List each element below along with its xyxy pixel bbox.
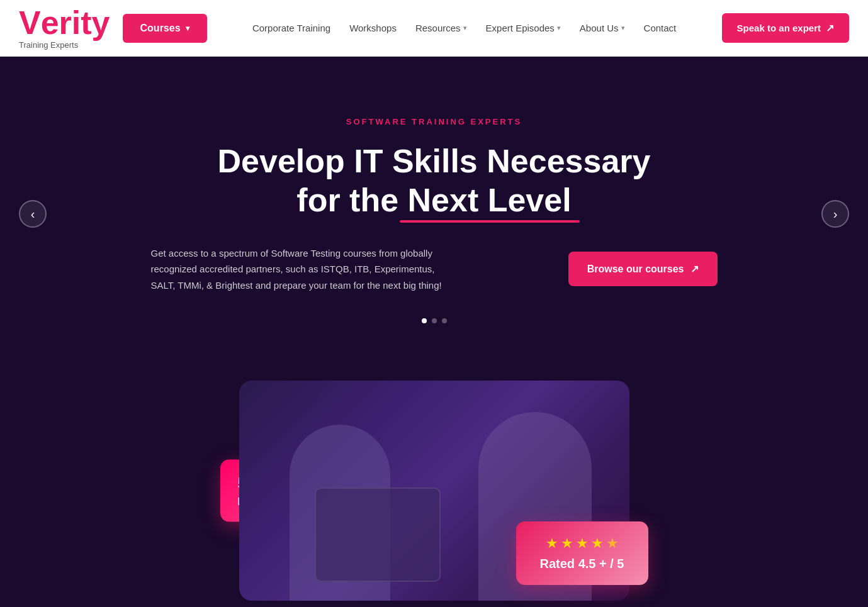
logo-wordmark: V erity [19, 6, 110, 39]
logo-area: V erity Training Experts [19, 6, 110, 50]
nav-link-contact[interactable]: Contact [644, 23, 677, 33]
star-4: ★ [591, 535, 604, 552]
navbar: V erity Training Experts Courses ▾ Corpo… [0, 0, 868, 57]
hero-badge: SOFTWARE TRAINING EXPERTS [346, 117, 522, 126]
stars-container: ★ ★ ★ ★ ★ [535, 535, 629, 552]
logo-subtitle: Training Experts [19, 40, 110, 50]
nav-link-resources[interactable]: Resources ▾ [415, 23, 467, 33]
nav-link-expert-episodes-label: Expert Episodes [486, 23, 555, 33]
nav-link-expert-episodes[interactable]: Expert Episodes ▾ [486, 23, 561, 33]
browse-courses-label: Browse our courses [587, 264, 684, 275]
carousel-next-button[interactable]: › [821, 200, 849, 228]
resources-dropdown-icon: ▾ [463, 24, 467, 32]
hero-description: Get access to a spectrum of Software Tes… [151, 245, 453, 294]
hero-title-part2: for the Next Level [296, 182, 571, 218]
speak-arrow-icon: ↗ [826, 22, 834, 34]
star-3: ★ [576, 535, 589, 552]
courses-chevron-icon: ▾ [186, 24, 189, 33]
logo-text-wrap: V erity Training Experts [19, 6, 110, 50]
image-wrap: 5,00,000+ Professionals Empowered ★ ★ ★ … [239, 371, 629, 607]
star-5-half: ★ [606, 535, 619, 552]
lower-section: 5,00,000+ Professionals Empowered ★ ★ ★ … [0, 371, 868, 607]
hero-title-part1: Develop IT Skills Necessary [218, 143, 651, 179]
about-us-dropdown-icon: ▾ [621, 24, 625, 32]
carousel-dot-1[interactable] [422, 318, 427, 323]
browse-arrow-icon: ↗ [690, 263, 699, 275]
nav-link-workshops[interactable]: Workshops [349, 23, 397, 33]
rated-text: Rated 4.5 + / 5 [535, 557, 629, 571]
speak-to-expert-label: Speak to an expert [737, 23, 821, 33]
hero-title-underline: Next Level [408, 181, 572, 220]
hero-title: Develop IT Skills Necessary for the Next… [218, 142, 651, 220]
star-2: ★ [561, 535, 573, 552]
courses-button[interactable]: Courses ▾ [123, 14, 207, 43]
nav-link-about-us[interactable]: About Us ▾ [580, 23, 625, 33]
prev-arrow-icon: ‹ [31, 207, 35, 221]
browse-courses-button[interactable]: Browse our courses ↗ [568, 252, 718, 286]
monitor-shape [315, 487, 441, 582]
hero-content-row: Get access to a spectrum of Software Tes… [151, 245, 718, 294]
carousel-dots [422, 318, 447, 323]
star-1: ★ [546, 535, 558, 552]
carousel-dot-2[interactable] [432, 318, 437, 323]
nav-link-corporate-training-label: Corporate Training [252, 23, 330, 33]
courses-label: Courses [140, 23, 181, 34]
speak-to-expert-button[interactable]: Speak to an expert ↗ [722, 13, 849, 43]
nav-link-corporate-training[interactable]: Corporate Training [252, 23, 330, 33]
nav-link-contact-label: Contact [644, 23, 677, 33]
logo-v: V [19, 6, 41, 39]
logo-erity: erity [41, 6, 110, 39]
nav-link-about-us-label: About Us [580, 23, 619, 33]
carousel-prev-button[interactable]: ‹ [19, 200, 47, 228]
rating-badge: ★ ★ ★ ★ ★ Rated 4.5 + / 5 [516, 521, 648, 585]
next-arrow-icon: › [833, 207, 838, 221]
expert-episodes-dropdown-icon: ▾ [557, 24, 561, 32]
hero-section: ‹ SOFTWARE TRAINING EXPERTS Develop IT S… [0, 57, 868, 371]
carousel-dot-3[interactable] [442, 318, 447, 323]
nav-link-workshops-label: Workshops [349, 23, 397, 33]
nav-link-resources-label: Resources [415, 23, 461, 33]
nav-links: Corporate Training Workshops Resources ▾… [220, 23, 709, 33]
